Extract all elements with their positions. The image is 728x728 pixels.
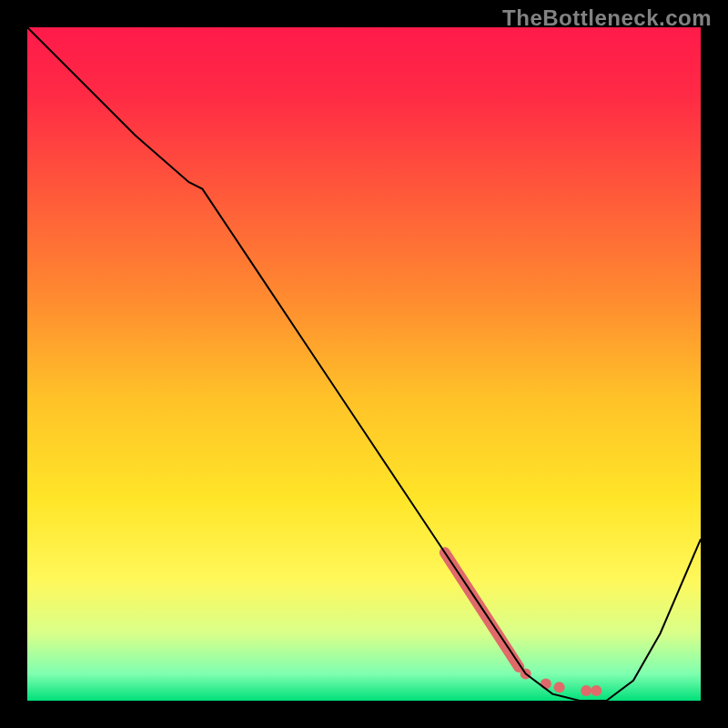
highlight-dot <box>581 685 592 696</box>
highlight-dot <box>541 679 551 690</box>
highlight-dot <box>554 682 565 693</box>
highlight-dot <box>591 685 602 696</box>
chart-svg <box>27 27 701 701</box>
plot-area <box>27 27 701 701</box>
chart-frame: TheBottleneck.com <box>0 0 728 728</box>
watermark-text: TheBottleneck.com <box>502 5 712 31</box>
